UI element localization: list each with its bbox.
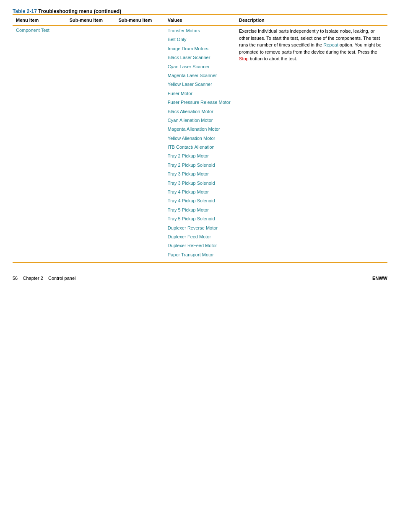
value-black-laser-scanner: Black Laser Scanner	[168, 54, 232, 61]
value-image-drum-motors: Image Drum Motors	[168, 46, 232, 52]
description-cell: Exercise individual parts independently …	[236, 26, 387, 263]
footer-section: Control panel	[48, 276, 75, 281]
value-tray4-pickup-solenoid: Tray 4 Pickup Solenoid	[168, 198, 232, 204]
value-yellow-laser-scanner: Yellow Laser Scanner	[168, 81, 232, 88]
sub2-cell	[115, 26, 164, 263]
value-fuser-pressure-release-motor: Fuser Pressure Release Motor	[168, 99, 232, 106]
value-tray2-pickup-solenoid: Tray 2 Pickup Solenoid	[168, 162, 232, 168]
value-yellow-alienation-motor: Yellow Alienation Motor	[168, 135, 232, 142]
footer-chapter: Chapter 2	[23, 276, 43, 281]
value-duplexer-feed-motor: Duplexer Feed Motor	[168, 234, 232, 240]
value-duplexer-reverse-motor: Duplexer Reverse Motor	[168, 225, 232, 231]
value-paper-transport-motor: Paper Transport Motor	[168, 252, 232, 258]
page-footer: 56 Chapter 2 Control panel ENWW	[13, 276, 387, 281]
repeat-link[interactable]: Repeat	[323, 42, 338, 47]
main-table: Menu item Sub-menu item Sub-menu item Va…	[13, 14, 387, 263]
col-values: Values	[164, 15, 236, 26]
stop-link[interactable]: Stop	[239, 56, 249, 61]
page-number: 56	[13, 276, 18, 281]
value-tray2-pickup-motor: Tray 2 Pickup Motor	[168, 153, 232, 159]
menu-item-cell: Component Test	[13, 26, 66, 263]
value-belt-only: Belt Only	[168, 36, 232, 43]
value-tray5-pickup-motor: Tray 5 Pickup Motor	[168, 207, 232, 213]
value-tray3-pickup-motor: Tray 3 Pickup Motor	[168, 171, 232, 177]
value-cyan-alienation-motor: Cyan Alienation Motor	[168, 117, 232, 124]
values-cell: Transfer Motors Belt Only Image Drum Mot…	[164, 26, 236, 263]
value-cyan-laser-scanner: Cyan Laser Scanner	[168, 64, 232, 70]
col-sub2: Sub-menu item	[115, 15, 164, 26]
table-title-text: Troubleshooting menu (continued)	[38, 8, 121, 14]
value-magenta-alienation-motor: Magenta Alienation Motor	[168, 126, 232, 132]
value-itb-contact-alienation: ITB Contact/ Alienation	[168, 144, 232, 150]
table-row: Component Test Transfer Motors Belt Only…	[13, 26, 387, 263]
description-text: Exercise individual parts independently …	[239, 28, 381, 61]
value-tray4-pickup-motor: Tray 4 Pickup Motor	[168, 189, 232, 195]
col-sub1: Sub-menu item	[66, 15, 115, 26]
value-magenta-laser-scanner: Magenta Laser Scanner	[168, 72, 232, 79]
value-transfer-motors: Transfer Motors	[168, 28, 232, 34]
table-header-row: Menu item Sub-menu item Sub-menu item Va…	[13, 15, 387, 26]
footer-brand: ENWW	[372, 276, 387, 281]
value-black-alienation-motor: Black Alienation Motor	[168, 108, 232, 115]
col-description: Description	[236, 15, 387, 26]
component-test-label: Component Test	[16, 28, 49, 33]
value-fuser-motor: Fuser Motor	[168, 90, 232, 97]
col-menu-item: Menu item	[13, 15, 66, 26]
table-label: Table 2-17	[13, 8, 37, 14]
value-tray3-pickup-solenoid: Tray 3 Pickup Solenoid	[168, 180, 232, 186]
table-title: Table 2-17 Troubleshooting menu (continu…	[13, 8, 387, 14]
value-tray5-pickup-solenoid: Tray 5 Pickup Solenoid	[168, 216, 232, 222]
sub1-cell	[66, 26, 115, 263]
footer-left: 56 Chapter 2 Control panel	[13, 276, 75, 281]
value-duplexer-refeed-motor: Duplexer ReFeed Motor	[168, 243, 232, 249]
